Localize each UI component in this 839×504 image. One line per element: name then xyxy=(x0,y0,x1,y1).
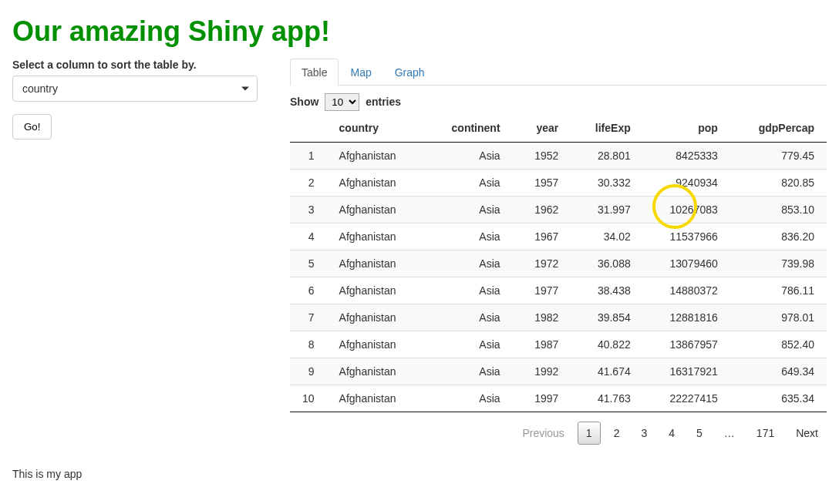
cell-lifeExp: 41.674 xyxy=(571,358,642,385)
table-row[interactable]: 9AfghanistanAsia199241.67416317921649.34 xyxy=(290,358,827,385)
tab-graph[interactable]: Graph xyxy=(383,59,436,86)
cell-gdpPercap: 852.40 xyxy=(730,331,827,358)
tab-map[interactable]: Map xyxy=(339,59,382,86)
cell-country: Afghanistan xyxy=(327,143,425,170)
cell-row-index: 3 xyxy=(290,197,327,223)
cell-country: Afghanistan xyxy=(327,197,425,223)
footer-text: This is my app xyxy=(12,468,827,480)
cell-row-index: 1 xyxy=(290,143,327,170)
sort-column-select[interactable]: country xyxy=(12,76,258,102)
cell-country: Afghanistan xyxy=(327,331,425,358)
cell-year: 1982 xyxy=(513,304,571,331)
cell-lifeExp: 40.822 xyxy=(571,331,642,358)
entries-text: entries xyxy=(366,96,401,108)
cell-continent: Asia xyxy=(425,250,513,277)
table-row[interactable]: 1AfghanistanAsia195228.8018425333779.45 xyxy=(290,143,827,170)
page-title: Our amazing Shiny app! xyxy=(12,15,827,48)
cell-pop: 11537966 xyxy=(643,223,730,250)
cell-pop: 10267083 xyxy=(643,197,730,223)
next-page-button[interactable]: Next xyxy=(787,422,827,445)
cell-gdpPercap: 978.01 xyxy=(730,304,827,331)
go-button[interactable]: Go! xyxy=(12,114,52,139)
page-ellipsis: … xyxy=(716,422,743,445)
cell-country: Afghanistan xyxy=(327,277,425,304)
cell-gdpPercap: 779.45 xyxy=(730,143,827,170)
cell-row-index: 8 xyxy=(290,331,327,358)
cell-continent: Asia xyxy=(425,143,513,170)
table-row[interactable]: 5AfghanistanAsia197236.08813079460739.98 xyxy=(290,250,827,277)
th-year[interactable]: year xyxy=(513,114,571,143)
cell-gdpPercap: 786.11 xyxy=(730,277,827,304)
cell-country: Afghanistan xyxy=(327,358,425,385)
cell-continent: Asia xyxy=(425,277,513,304)
cell-country: Afghanistan xyxy=(327,304,425,331)
table-row[interactable]: 4AfghanistanAsia196734.0211537966836.20 xyxy=(290,223,827,250)
page-button[interactable]: 1 xyxy=(578,422,601,445)
cell-year: 1967 xyxy=(513,223,571,250)
cell-row-index: 9 xyxy=(290,358,327,385)
cell-pop: 22227415 xyxy=(643,385,730,412)
table-row[interactable]: 2AfghanistanAsia195730.3329240934820.85 xyxy=(290,170,827,197)
cell-country: Afghanistan xyxy=(327,250,425,277)
cell-continent: Asia xyxy=(425,197,513,223)
th-gdpPercap[interactable]: gdpPercap xyxy=(730,114,827,143)
cell-lifeExp: 41.763 xyxy=(571,385,642,412)
th-lifeExp[interactable]: lifeExp xyxy=(571,114,642,143)
cell-continent: Asia xyxy=(425,385,513,412)
sort-column-label: Select a column to sort the table by. xyxy=(12,59,275,71)
cell-continent: Asia xyxy=(425,223,513,250)
sort-column-value: country xyxy=(22,82,58,95)
cell-continent: Asia xyxy=(425,331,513,358)
cell-lifeExp: 36.088 xyxy=(571,250,642,277)
cell-row-index: 2 xyxy=(290,170,327,197)
cell-gdpPercap: 836.20 xyxy=(730,223,827,250)
table-row[interactable]: 8AfghanistanAsia198740.82213867957852.40 xyxy=(290,331,827,358)
cell-country: Afghanistan xyxy=(327,170,425,197)
cell-year: 1962 xyxy=(513,197,571,223)
table-row[interactable]: 6AfghanistanAsia197738.43814880372786.11 xyxy=(290,277,827,304)
prev-page-button[interactable]: Previous xyxy=(514,422,572,445)
cell-row-index: 10 xyxy=(290,385,327,412)
show-text: Show xyxy=(290,96,318,108)
cell-year: 1992 xyxy=(513,358,571,385)
page-button[interactable]: 2 xyxy=(605,422,628,445)
table-row[interactable]: 10AfghanistanAsia199741.76322227415635.3… xyxy=(290,385,827,412)
cell-gdpPercap: 739.98 xyxy=(730,250,827,277)
cell-pop: 13079460 xyxy=(643,250,730,277)
cell-country: Afghanistan xyxy=(327,385,425,412)
main-panel: TableMapGraph Show 10 entries countrycon… xyxy=(290,59,827,445)
cell-gdpPercap: 635.34 xyxy=(730,385,827,412)
th-country[interactable]: country xyxy=(327,114,425,143)
page-length-select[interactable]: 10 xyxy=(325,93,359,111)
tab-table[interactable]: Table xyxy=(290,59,339,86)
cell-lifeExp: 34.02 xyxy=(571,223,642,250)
cell-lifeExp: 28.801 xyxy=(571,143,642,170)
cell-pop: 12881816 xyxy=(643,304,730,331)
cell-country: Afghanistan xyxy=(327,223,425,250)
cell-continent: Asia xyxy=(425,170,513,197)
data-table: countrycontinentyearlifeExppopgdpPercap … xyxy=(290,114,827,412)
cell-row-index: 5 xyxy=(290,250,327,277)
sidebar: Select a column to sort the table by. co… xyxy=(12,59,290,445)
table-row[interactable]: 3AfghanistanAsia196231.99710267083853.10 xyxy=(290,197,827,223)
cell-pop: 9240934 xyxy=(643,170,730,197)
cell-row-index: 6 xyxy=(290,277,327,304)
cell-year: 1987 xyxy=(513,331,571,358)
th-row-index[interactable] xyxy=(290,114,327,143)
cell-year: 1952 xyxy=(513,143,571,170)
cell-lifeExp: 39.854 xyxy=(571,304,642,331)
page-button[interactable]: 5 xyxy=(688,422,711,445)
th-continent[interactable]: continent xyxy=(425,114,513,143)
page-button[interactable]: 4 xyxy=(660,422,683,445)
cell-continent: Asia xyxy=(425,358,513,385)
cell-pop: 14880372 xyxy=(643,277,730,304)
th-pop[interactable]: pop xyxy=(643,114,730,143)
table-row[interactable]: 7AfghanistanAsia198239.85412881816978.01 xyxy=(290,304,827,331)
cell-pop: 8425333 xyxy=(643,143,730,170)
cell-gdpPercap: 649.34 xyxy=(730,358,827,385)
cell-year: 1957 xyxy=(513,170,571,197)
page-button[interactable]: 171 xyxy=(748,422,783,445)
length-menu: Show 10 entries xyxy=(290,93,827,111)
cell-gdpPercap: 820.85 xyxy=(730,170,827,197)
page-button[interactable]: 3 xyxy=(632,422,655,445)
